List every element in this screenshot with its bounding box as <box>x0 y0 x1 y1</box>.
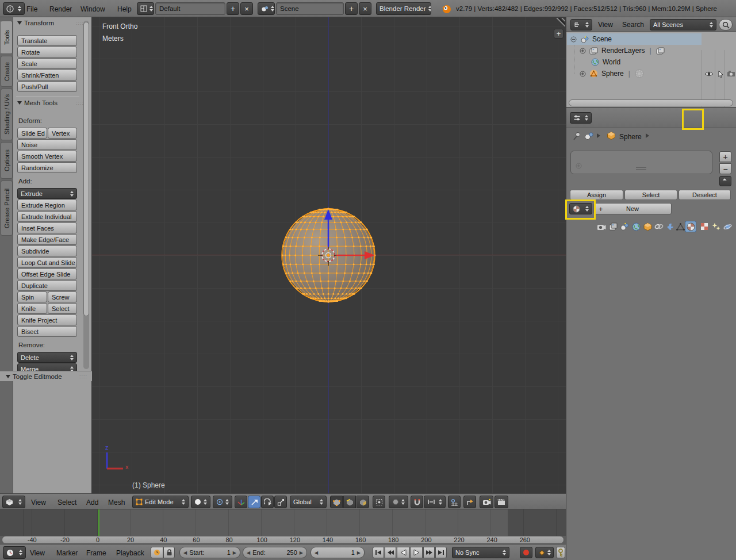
offset-edge-slide-button[interactable]: Offset Edge Slide <box>17 269 77 279</box>
auto-keyframe-button[interactable] <box>520 547 532 558</box>
jump-to-start-button[interactable] <box>373 547 384 558</box>
toolshelf-tab-shading-uvs[interactable]: Shading / UVs <box>1 89 13 140</box>
menu-help[interactable]: Help <box>117 5 132 13</box>
current-frame-field[interactable]: ◀ 1 ▶ <box>310 547 365 558</box>
increment-arrow-icon[interactable]: ▶ <box>300 550 303 555</box>
add-scene-button[interactable]: + <box>345 2 358 15</box>
visibility-eye-icon[interactable] <box>704 71 714 77</box>
manipulator-translate-button[interactable] <box>248 496 260 508</box>
frame-start-field[interactable]: ◀ Start: 1 ▶ <box>179 547 240 558</box>
play-button[interactable] <box>410 547 423 558</box>
screen-layout-name-field[interactable]: Default <box>155 2 225 15</box>
spin-button[interactable]: Spin <box>17 291 47 302</box>
extrude-individual-button[interactable]: Extrude Individual <box>17 211 77 222</box>
duplicate-button[interactable]: Duplicate <box>17 280 77 291</box>
remove-material-slot-button[interactable]: − <box>719 163 731 174</box>
scene-name-field[interactable]: Scene <box>276 2 344 15</box>
tab-modifiers[interactable] <box>664 221 676 232</box>
knife-select-button[interactable]: Select <box>48 303 77 314</box>
manipulator-scale-button[interactable] <box>274 496 287 508</box>
viewport-menu-view[interactable]: View <box>31 498 46 507</box>
timeline-scrollbar[interactable]: -40-200204060801001201401601802002202402… <box>2 536 564 544</box>
rotate-button[interactable]: Rotate <box>17 47 77 57</box>
viewport-menu-add[interactable]: Add <box>86 498 98 507</box>
proportional-edit-dropdown[interactable] <box>389 496 408 508</box>
outliner-row-world[interactable]: World <box>567 56 736 68</box>
push-pull-button[interactable]: Push/Pull <box>17 81 77 92</box>
viewport-shading-dropdown[interactable] <box>191 496 210 508</box>
jump-to-end-button[interactable] <box>435 547 447 558</box>
merge-dropdown-clipped[interactable]: Merge <box>17 363 77 371</box>
transform-orientation-dropdown[interactable]: Global <box>290 496 327 508</box>
toolshelf-scrollbar-handle[interactable] <box>83 22 89 316</box>
keying-set-dropdown[interactable] <box>535 547 554 558</box>
breadcrumb-object-name[interactable]: Sphere <box>619 133 642 141</box>
slide-edge-button[interactable]: Slide Ed <box>17 128 47 139</box>
slide-vertex-button[interactable]: Vertex <box>48 128 77 139</box>
material-specials-dropdown[interactable] <box>719 176 731 186</box>
select-mode-face-button[interactable] <box>356 496 369 508</box>
timeline-menu-marker[interactable]: Marker <box>56 549 78 557</box>
shrink-fatten-button[interactable]: Shrink/Fatten <box>17 70 77 80</box>
translate-button[interactable]: Translate <box>17 35 77 46</box>
mesh-tools-panel-header[interactable]: Mesh Tools :::: <box>17 99 89 106</box>
next-keyframe-button[interactable] <box>423 547 435 558</box>
timeline-region[interactable]: -40-200204060801001201401601802002202402… <box>0 509 566 544</box>
outliner-row-renderlayers[interactable]: RenderLayers | <box>567 45 736 56</box>
delete-scene-button[interactable]: × <box>359 2 371 15</box>
frame-end-field[interactable]: ◀ End: 250 ▶ <box>243 547 307 558</box>
noise-button[interactable]: Noise <box>17 139 77 150</box>
editor-type-dropdown-outliner[interactable] <box>570 19 592 30</box>
manipulator-rotate-button[interactable] <box>261 496 274 508</box>
tab-world[interactable] <box>630 221 642 232</box>
make-edge-face-button[interactable]: Make Edge/Face <box>17 234 77 245</box>
deselect-button[interactable]: Deselect <box>678 190 731 200</box>
toggle-editmode-panel[interactable]: Toggle Editmode :::: <box>0 371 92 381</box>
corner-resize-grip[interactable] <box>555 18 565 28</box>
material-slot-list[interactable] <box>570 151 712 174</box>
tab-material[interactable] <box>685 221 696 232</box>
insert-keyframe-button[interactable] <box>556 547 565 558</box>
select-button[interactable]: Select <box>624 190 677 200</box>
pivot-center-dropdown[interactable] <box>213 496 232 508</box>
selectability-cursor-icon[interactable] <box>718 70 724 78</box>
decrement-arrow-icon[interactable]: ◀ <box>315 550 318 555</box>
decrement-arrow-icon[interactable]: ◀ <box>247 550 250 555</box>
randomize-button[interactable]: Randomize <box>17 162 77 173</box>
new-material-button[interactable]: + New <box>593 203 672 214</box>
extrude-region-button[interactable]: Extrude Region <box>17 200 77 210</box>
viewport-menu-mesh[interactable]: Mesh <box>108 498 125 507</box>
select-mode-vertex-button[interactable] <box>330 496 343 508</box>
list-resize-grip[interactable] <box>636 167 646 170</box>
add-screen-layout-button[interactable]: + <box>227 2 239 15</box>
lock-time-button[interactable] <box>163 547 175 558</box>
tab-render-layers[interactable] <box>607 221 619 232</box>
tab-render[interactable] <box>596 221 607 232</box>
tab-scene[interactable] <box>619 221 630 232</box>
increment-arrow-icon[interactable]: ▶ <box>357 550 361 555</box>
inset-faces-button[interactable]: Inset Faces <box>17 223 77 233</box>
extrude-dropdown[interactable]: Extrude <box>17 188 77 199</box>
add-material-slot-button[interactable]: + <box>719 151 731 162</box>
snap-toggle-button[interactable] <box>411 496 423 508</box>
tab-particles[interactable] <box>710 221 722 232</box>
tab-physics[interactable] <box>722 221 733 232</box>
expand-plus-icon[interactable] <box>580 48 586 54</box>
preview-range-button[interactable] <box>151 547 163 558</box>
knife-button[interactable]: Knife <box>17 303 47 314</box>
menu-file[interactable]: File <box>26 5 37 13</box>
toolshelf-tab-tools[interactable]: Tools <box>1 21 13 54</box>
outliner-scrollbar[interactable] <box>569 99 733 106</box>
timeline-menu-frame[interactable]: Frame <box>86 549 106 557</box>
loop-cut-slide-button[interactable]: Loop Cut and Slide <box>17 257 77 268</box>
screen-layout-browse-button[interactable] <box>137 2 154 15</box>
transform-panel-header[interactable]: Transform :::: <box>17 20 89 26</box>
outliner-display-dropdown[interactable]: All Scenes <box>650 19 716 30</box>
snap-target-button[interactable] <box>448 496 461 508</box>
outliner-menu-search[interactable]: Search <box>622 21 644 29</box>
screw-button[interactable]: Screw <box>48 291 77 302</box>
current-frame-marker[interactable] <box>98 509 99 536</box>
smooth-vertex-button[interactable]: Smooth Vertex <box>17 151 77 162</box>
menu-window[interactable]: Window <box>80 5 105 13</box>
editor-type-dropdown-timeline[interactable] <box>3 546 26 559</box>
